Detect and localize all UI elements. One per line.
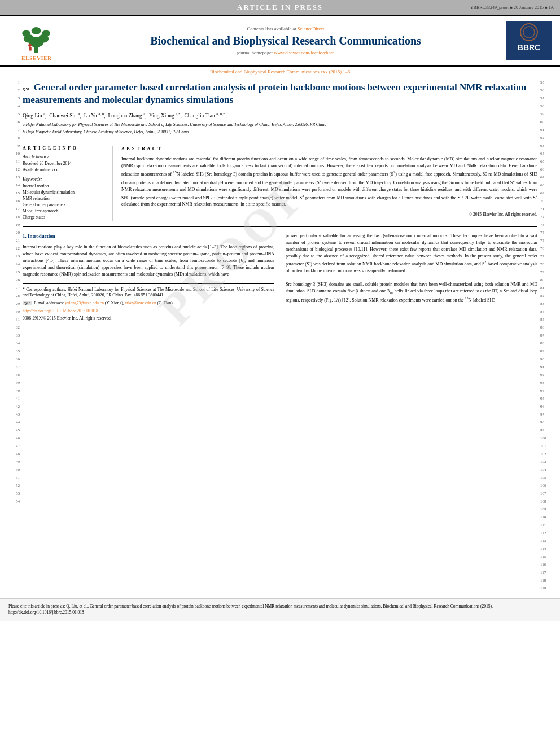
elsevier-logo: ELSEVIER <box>8 20 65 61</box>
article-history-label: Article history: <box>23 154 107 159</box>
svg-point-5 <box>42 30 50 37</box>
svg-point-4 <box>22 30 30 37</box>
proof-meta: YBBRC33249_proof ■ 20 January 2015 ■ 1/6 <box>470 5 554 10</box>
journal-header: ELSEVIER Contents lists available at Sci… <box>0 15 560 67</box>
affiliations: a Hefei National Laboratory for Physical… <box>23 122 537 135</box>
footnote-corresponding: * Corresponding authors. Hefei National … <box>23 287 274 299</box>
keyword-nmr-relaxation: NMR relaxation <box>23 196 107 201</box>
bbrc-logo-icon: BBRC <box>506 21 552 60</box>
secondary-journal-line: Biochemical and Biophysical Research Com… <box>0 67 560 76</box>
author-changlin-tian: Changlin Tian <box>185 113 215 119</box>
abstract-column: A B S T R A C T Internal backbone dynami… <box>121 146 537 221</box>
doi-line: http://dx.doi.org/10.1016/j.bbrc.2015.01… <box>23 308 274 314</box>
issn-line: 0006-291X/© 2015 Elsevier Inc. All right… <box>23 316 274 322</box>
footnotes: * Corresponding authors. Hefei National … <box>23 283 274 322</box>
available-online: Available online xxx <box>23 167 107 172</box>
bbrc-logo: BBRC <box>506 21 552 60</box>
author-ying-xiong: Ying Xiong <box>149 113 174 119</box>
citation-bar: Please cite this article in press as: Q.… <box>0 598 560 621</box>
affiliation-b: b High Magnetic Field Laboratory, Chines… <box>23 129 537 136</box>
keywords-label: Keywords: <box>23 177 107 182</box>
elsevier-tree-icon <box>14 20 59 54</box>
svg-point-7 <box>28 44 32 47</box>
article-info-column: A R T I C L E I N F O Article history: R… <box>23 146 113 221</box>
svg-rect-8 <box>29 47 32 50</box>
svg-text:BBRC: BBRC <box>518 43 540 52</box>
author-longhua-zhang: Longhua Zhang <box>108 113 142 119</box>
received-date: Received 20 December 2014 <box>23 161 107 166</box>
line-numbers-left: 1 2 3 4 5 6 7 8 9 10 11 12 13 14 15 16 1… <box>6 78 23 592</box>
author-lu-yu: Lu Yu <box>84 113 97 119</box>
svg-point-6 <box>32 27 41 34</box>
introduction-title: 1. Introduction <box>23 233 274 241</box>
article-in-press-label: ARTICLE IN PRESS <box>237 3 323 11</box>
doi-link[interactable]: http://dx.doi.org/10.1016/j.bbrc.2015.01… <box>23 308 98 313</box>
email-ctian[interactable]: ctian@ustc.edu.cn <box>125 300 156 305</box>
article-info-label: A R T I C L E I N F O <box>23 146 107 151</box>
abstract-text: Internal backbone dynamic motions are es… <box>121 156 537 208</box>
introduction-right-col: proved particularly valuable for accessi… <box>286 233 537 323</box>
introduction-para2-right: Src homology 3 (SH3) domains are small, … <box>286 281 537 303</box>
article-info-abstract: A R T I C L E I N F O Article history: R… <box>23 141 537 221</box>
top-bar: ARTICLE IN PRESS YBBRC33249_proof ■ 20 J… <box>0 0 560 15</box>
keyword-model-free: Model-free approach <box>23 208 107 213</box>
abstract-copyright: © 2015 Elsevier Inc. All rights reserved… <box>121 211 537 217</box>
journal-homepage: journal homepage: www.elsevier.com/locat… <box>71 50 501 55</box>
author-chaowei-shi: Chaowei Shi <box>49 113 77 119</box>
journal-center: Contents lists available at ScienceDirec… <box>65 26 506 55</box>
sciencedirect-text: Contents lists available at ScienceDirec… <box>71 26 501 32</box>
affiliation-a: a Hefei National Laboratory for Physical… <box>23 122 537 128</box>
sciencedirect-link[interactable]: ScienceDirect <box>298 26 325 32</box>
footnote-q23: Q23 E-mail addresses: yxiong73@ustc.edu.… <box>23 300 274 307</box>
journal-homepage-link[interactable]: www.elsevier.com/locate/ybbrc <box>274 50 334 55</box>
introduction-para1-right: proved particularly valuable for accessi… <box>286 233 537 274</box>
qs1-marker: Q51 <box>23 87 29 91</box>
introduction-section: 1. Introduction Internal motions play a … <box>23 233 537 323</box>
elsevier-label: ELSEVIER <box>21 55 52 61</box>
authors-line: Qing Liu a, Chaowei Shi a, Lu Yu a, b, L… <box>23 112 537 119</box>
introduction-para1: Internal motions play a key role in the … <box>23 244 274 278</box>
email-yxiong[interactable]: yxiong73@ustc.edu.cn <box>65 300 104 305</box>
introduction-left-col: 1. Introduction Internal motions play a … <box>23 233 274 323</box>
keyword-order-parameters: General order parameters <box>23 202 107 207</box>
section-divider <box>23 226 537 227</box>
keyword-internal-motion: Internal motion <box>23 184 107 189</box>
journal-title: Biochemical and Biophysical Research Com… <box>71 34 501 47</box>
abstract-label: A B S T R A C T <box>121 146 537 152</box>
author-qing-liu: Qing Liu <box>23 113 42 119</box>
article-title: Q51 General order parameter based correl… <box>23 78 537 106</box>
main-content-area: Q51 General order parameter based correl… <box>23 78 537 592</box>
keyword-md-simulation: Molecular dynamic simulation <box>23 190 107 195</box>
q23-marker: Q23 <box>23 301 32 305</box>
line-numbers-right: 55 56 57 58 59 60 61 62 63 64 65 66 67 6… <box>537 78 554 592</box>
keyword-charge-states: Charge states <box>23 215 107 220</box>
